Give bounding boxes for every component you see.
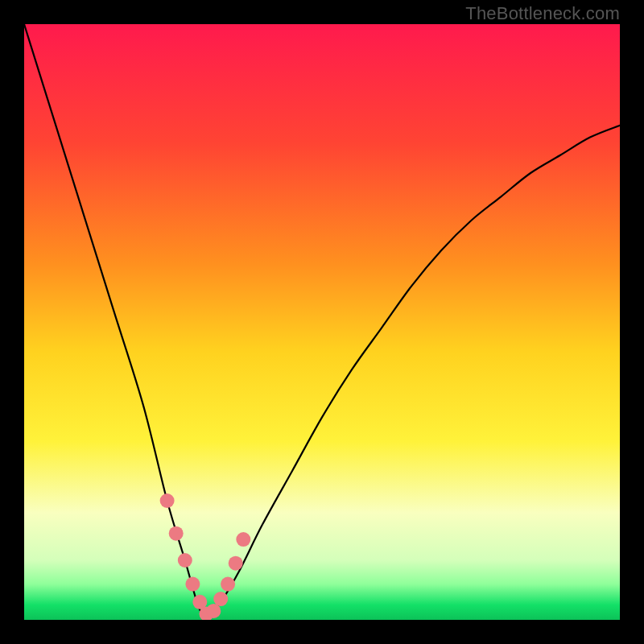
chart-frame: TheBottleneck.com	[0, 0, 644, 644]
chart-plot-area	[24, 24, 620, 620]
highlight-dot	[229, 556, 243, 571]
highlight-dot	[178, 553, 192, 568]
highlight-dot	[160, 493, 175, 508]
watermark-text: TheBottleneck.com	[465, 3, 620, 24]
highlight-dot	[185, 577, 200, 592]
highlight-dot	[169, 526, 184, 541]
highlight-dot	[236, 532, 250, 547]
highlight-dot	[213, 592, 228, 606]
chart-gradient-bg	[24, 24, 620, 620]
chart-svg	[24, 24, 620, 620]
highlight-dot	[221, 577, 235, 592]
